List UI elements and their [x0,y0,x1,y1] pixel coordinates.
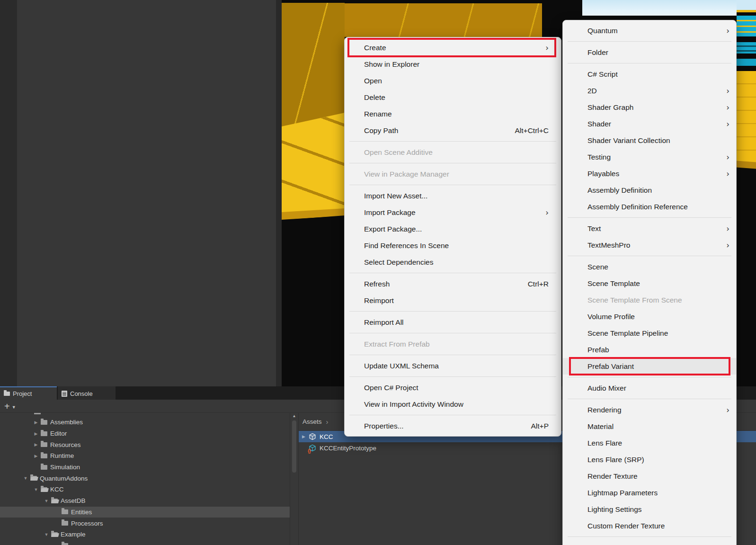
submenu-arrow-icon: › [541,44,549,52]
tree-row[interactable]: Resources [0,439,290,450]
menu-item[interactable]: Shader › [563,116,736,132]
menu-item[interactable]: View in Import Activity Window › [345,396,561,412]
menu-item[interactable]: Prefab › [563,341,736,358]
menu-item[interactable]: Reimport All › [345,314,561,331]
menu-item[interactable]: Create › [345,39,561,56]
tree-scrollbar[interactable]: ▲ [290,413,299,545]
menu-item[interactable]: Rename › [345,106,561,122]
menu-item-label: Assembly Definition [587,186,729,195]
menu-item[interactable]: Lightmap Parameters › [563,484,736,501]
menu-item[interactable]: Export Package... › [345,221,561,237]
menu-item[interactable]: Volume Profile › [563,308,736,325]
expand-arrow-icon[interactable] [31,487,41,492]
menu-item[interactable]: Testing › [563,149,736,165]
menu-item[interactable]: Import New Asset... › [345,188,561,204]
menu-item[interactable]: Material › [563,418,736,435]
tab-console[interactable]: Console [58,386,116,400]
editor-empty-panel [17,0,276,386]
menu-item[interactable]: TextMeshPro › [563,237,736,253]
tree-row[interactable]: Simulation [0,462,290,473]
menu-item[interactable]: Copy Path Alt+Ctrl+C › [345,122,561,139]
menu-item[interactable]: Open › [345,72,561,89]
tab-project[interactable]: Project [0,386,57,400]
menu-item[interactable]: Delete › [345,89,561,106]
scene-top-shadow [345,0,542,3]
menu-item[interactable]: Properties... Alt+P › [345,418,561,434]
menu-item-shortcut: Alt+P [531,422,549,430]
menu-item[interactable]: Audio Mixer › [563,380,736,396]
expand-arrow-icon[interactable] [31,431,41,436]
scene-ochre-face [282,3,345,129]
menu-item[interactable]: Prefab Variant › [563,358,736,375]
asset-label: KCC [320,433,333,440]
menu-item[interactable]: Shader Variant Collection › [563,132,736,149]
menu-item[interactable]: Open Scene Additive › [345,144,561,161]
tree-row[interactable]: Editor [0,428,290,439]
tree-row[interactable]: KCC [0,484,290,495]
expand-arrow-icon[interactable] [42,532,51,537]
tree-row[interactable]: Assemblies [0,417,290,428]
chevron-right-icon: › [326,418,329,426]
tree-row-label: Example [61,531,86,538]
menu-item[interactable]: Scene Template Pipeline › [563,325,736,341]
menu-item[interactable]: Playables › [563,165,736,182]
expand-arrow-icon[interactable] [31,420,41,425]
menu-separator: › [345,309,561,314]
menu-item-label: Open [364,77,549,85]
menu-item[interactable]: Rendering › [563,402,736,418]
menu-item[interactable]: Show in Explorer › [345,56,561,72]
menu-item-label: Folder [587,48,729,57]
scene-cyan-band [737,16,756,36]
menu-item[interactable]: Scene › [563,259,736,275]
menu-item[interactable]: Animator Controller › [563,539,736,545]
menu-item-label: Import Package [364,208,541,217]
menu-item[interactable]: Open C# Project › [345,379,561,396]
breadcrumb-assets[interactable]: Assets [302,418,322,425]
scene-orange-plane-left [282,0,345,376]
menu-item[interactable]: Custom Render Texture › [563,518,736,534]
menu-item[interactable]: Find References In Scene › [345,237,561,254]
menu-item[interactable]: Scene Template From Scene › [563,292,736,308]
chevron-down-icon[interactable]: ▼ [12,405,16,410]
menu-item[interactable]: Scene Template › [563,275,736,292]
tree-row[interactable]: QuantumAddons [0,473,290,484]
tree-row[interactable]: Processors [0,518,290,529]
menu-item[interactable]: Lens Flare › [563,435,736,451]
menu-item[interactable]: Shader Graph › [563,99,736,116]
tree-row[interactable]: Example [0,529,290,540]
menu-item[interactable]: Assembly Definition › [563,182,736,198]
menu-item[interactable]: View in Package Manager › [345,166,561,182]
menu-item[interactable]: Extract From Prefab › [345,336,561,352]
menu-item[interactable]: Folder › [563,44,736,61]
menu-item[interactable]: 2D › [563,82,736,99]
menu-item[interactable]: C# Script › [563,66,736,82]
menu-item[interactable]: Update UXML Schema › [345,357,561,374]
expand-arrow-icon[interactable] [21,476,30,481]
menu-item[interactable]: Lighting Settings › [563,501,736,518]
tree-row[interactable]: Runtime [0,450,290,462]
menu-item-label: Reimport All [364,318,549,327]
menu-item[interactable]: Refresh Ctrl+R › [345,276,561,292]
menu-item[interactable]: Lens Flare (SRP) › [563,451,736,468]
expand-arrow-icon[interactable] [31,454,41,458]
tree-row[interactable]: AssetDB [0,495,290,507]
expand-arrow-icon[interactable] [31,442,41,447]
menu-item[interactable]: Render Texture › [563,468,736,484]
menu-item[interactable]: Reimport › [345,292,561,309]
menu-item-label: Export Package... [364,225,549,233]
tree-row[interactable] [0,540,290,545]
expand-arrow-icon[interactable]: ▶ [302,434,309,439]
menu-item[interactable]: Assembly Definition Reference › [563,198,736,215]
tree-row[interactable]: Entities [0,507,290,518]
add-asset-button[interactable]: + [4,402,10,411]
scene-cyan-band [737,42,756,54]
menu-item-label: Material [587,422,729,431]
menu-item[interactable]: Text › [563,220,736,237]
scrollbar-thumb[interactable] [292,420,296,473]
expand-arrow-icon[interactable] [42,499,51,503]
menu-item[interactable]: Import Package › [345,204,561,221]
menu-separator: › [563,396,736,402]
menu-item[interactable]: Quantum › [563,22,736,39]
menu-item[interactable]: Select Dependencies › [345,254,561,270]
scroll-up-icon[interactable]: ▲ [290,414,298,418]
